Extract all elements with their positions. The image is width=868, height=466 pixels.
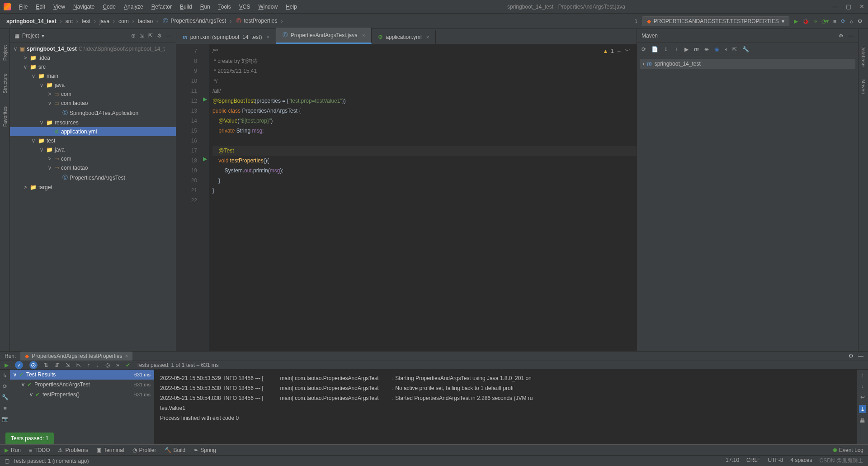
toggle-offline-icon[interactable]: ⇹ [704, 46, 709, 52]
menu-code[interactable]: Code [99, 2, 119, 12]
tree-root[interactable]: v▣ springboot_14_test C:\Idea\SpringBoot… [10, 44, 176, 53]
tree-node[interactable]: >▭ com [10, 90, 176, 99]
show-ignored-toggle[interactable]: ⊘ [29, 361, 38, 369]
skip-tests-icon[interactable]: ◉ [714, 46, 719, 52]
close-icon[interactable]: × [125, 353, 128, 359]
stop-button[interactable]: ■ [833, 18, 836, 24]
settings-icon[interactable]: ⚙ [858, 18, 863, 24]
tree-node[interactable]: v📁 main [10, 71, 176, 81]
menu-tools[interactable]: Tools [215, 2, 235, 12]
bottom-tool-build[interactable]: 🔨Build [165, 447, 186, 453]
menu-vcs[interactable]: VCS [236, 2, 254, 12]
tree-node[interactable]: v📁 test [10, 136, 176, 145]
breadcrumb-item[interactable]: ⓜ testProperties [234, 16, 278, 26]
tool-structure[interactable]: Structure [2, 71, 8, 96]
chevron-down-icon[interactable]: ﹀ [625, 47, 630, 55]
caret-position[interactable]: 17:10 [726, 457, 739, 465]
tree-node[interactable]: v📁 java [10, 81, 176, 90]
up-icon[interactable]: ↑ [861, 372, 864, 379]
generate-icon[interactable]: 📄 [651, 46, 658, 52]
run-tab[interactable]: ◆ PropertiesAndArgsTest.testProperties × [20, 352, 132, 361]
close-button[interactable]: ✕ [859, 3, 864, 10]
editor-tab[interactable]: mpom.xml (springboot_14_test)× [176, 30, 276, 44]
run-config-combo[interactable]: ◆ PROPERTIESANDARGSTEST.TESTPROPERTIES ▾ [642, 16, 789, 26]
export-icon[interactable]: ◎ [105, 362, 110, 368]
show-passed-toggle[interactable]: ✓ [15, 361, 23, 369]
chevron-down-icon[interactable]: ▾ [42, 33, 44, 39]
close-icon[interactable]: × [266, 34, 269, 40]
update-button[interactable]: ⟳ [841, 18, 845, 24]
tool-database[interactable]: Database [861, 43, 866, 69]
toggle-auto-icon[interactable]: ⟳ [3, 383, 7, 390]
menu-view[interactable]: View [50, 2, 69, 12]
reload-icon[interactable]: ⟳ [642, 46, 646, 52]
tool-favorites[interactable]: Favorites [2, 104, 8, 129]
hide-icon[interactable]: — [858, 353, 863, 359]
close-icon[interactable]: × [362, 33, 365, 38]
print-icon[interactable]: 🖶 [860, 418, 865, 424]
search-everywhere-icon[interactable]: ⌕ [850, 18, 853, 24]
tree-node[interactable]: v▭ com.taotao [10, 99, 176, 108]
indent-info[interactable]: 4 spaces [790, 457, 812, 465]
bottom-tool-todo[interactable]: ≡TODO [29, 447, 50, 453]
file-encoding[interactable]: UTF-8 [768, 457, 783, 465]
menu-refactor[interactable]: Refactor [148, 2, 175, 12]
breadcrumb-item[interactable]: Ⓒ PropertiesAndArgsTest [161, 16, 227, 26]
console-output[interactable]: 2022-05-21 15:50:53.529 INFO 18456 --- [… [155, 370, 857, 456]
menu-edit[interactable]: Edit [32, 2, 49, 12]
m-icon[interactable]: m [694, 46, 699, 52]
profile-button[interactable]: ◔▾ [821, 18, 829, 24]
tree-node[interactable]: >▭ com [10, 154, 176, 163]
run-maven-icon[interactable]: ▶ [684, 46, 689, 52]
status-icon[interactable]: ▢ [5, 458, 9, 464]
tool-project[interactable]: Project [2, 43, 8, 63]
hide-icon[interactable]: — [848, 33, 854, 39]
camera-icon[interactable]: 📷 [2, 416, 9, 422]
tree-node[interactable]: v📁 resources [10, 118, 176, 127]
sort-alpha-icon[interactable]: ⇵ [55, 362, 59, 368]
stop-icon[interactable]: ■ [3, 405, 6, 411]
tree-node[interactable]: >📁 .idea [10, 53, 176, 62]
coverage-button[interactable]: ⎆ [814, 18, 817, 24]
show-deps-icon[interactable]: ⫞ [724, 46, 727, 52]
menu-file[interactable]: File [15, 2, 31, 12]
breadcrumb-item[interactable]: src [65, 17, 74, 25]
gear-icon[interactable]: ⚙ [839, 33, 844, 39]
tree-node[interactable]: v▭ com.taotao [10, 163, 176, 172]
tree-node[interactable]: >📁 target [10, 183, 176, 192]
menu-analyze[interactable]: Analyze [120, 2, 147, 12]
collapse-icon[interactable]: ⇱ [76, 362, 81, 368]
build-icon[interactable]: ⤵ [635, 18, 637, 24]
menu-window[interactable]: Window [255, 2, 281, 12]
soft-wrap-icon[interactable]: ↩ [860, 394, 865, 400]
breadcrumb-item[interactable]: taotao [137, 17, 154, 25]
breadcrumb-item[interactable]: java [99, 17, 110, 25]
test-node[interactable]: v✔PropertiesAndArgsTest631 ms [10, 380, 154, 390]
chevron-up-icon[interactable]: ︿ [617, 47, 622, 55]
maven-root-item[interactable]: › m springboot_14_test [640, 59, 855, 69]
run-button[interactable]: ▶ [794, 18, 798, 24]
tree-node[interactable]: Ⓒ Springboot14TestApplication [10, 108, 176, 118]
tree-node[interactable]: ⚙ application.yml [10, 127, 176, 136]
bottom-tool-terminal[interactable]: ▣Terminal [96, 447, 124, 453]
menu-build[interactable]: Build [176, 2, 196, 12]
add-icon[interactable]: ＋ [674, 45, 679, 53]
gear-icon[interactable]: ⚙ [157, 33, 162, 39]
editor-tab[interactable]: ⒸPropertiesAndArgsTest.java× [276, 28, 372, 44]
sort-icon[interactable]: ⇅ [44, 362, 48, 368]
download-icon[interactable]: ⤓ [664, 46, 668, 52]
down-icon[interactable]: ↓ [861, 383, 864, 390]
wrench-icon[interactable]: 🔧 [2, 394, 9, 400]
maximize-button[interactable]: ▢ [846, 3, 851, 10]
more-icon[interactable]: » [116, 362, 119, 368]
prev-icon[interactable]: ↑ [87, 362, 90, 368]
next-icon[interactable]: ↓ [96, 362, 99, 368]
minimize-button[interactable]: — [832, 3, 838, 10]
collapse-all-icon[interactable]: ⇱ [148, 33, 153, 39]
menu-help[interactable]: Help [282, 2, 301, 12]
test-node[interactable]: v✔testProperties()631 ms [10, 390, 154, 399]
collapse-icon[interactable]: ⇱ [732, 46, 737, 52]
expand-icon[interactable]: ⇲ [66, 362, 70, 368]
tree-node[interactable]: v📁 java [10, 145, 176, 154]
hide-icon[interactable]: — [166, 33, 171, 39]
